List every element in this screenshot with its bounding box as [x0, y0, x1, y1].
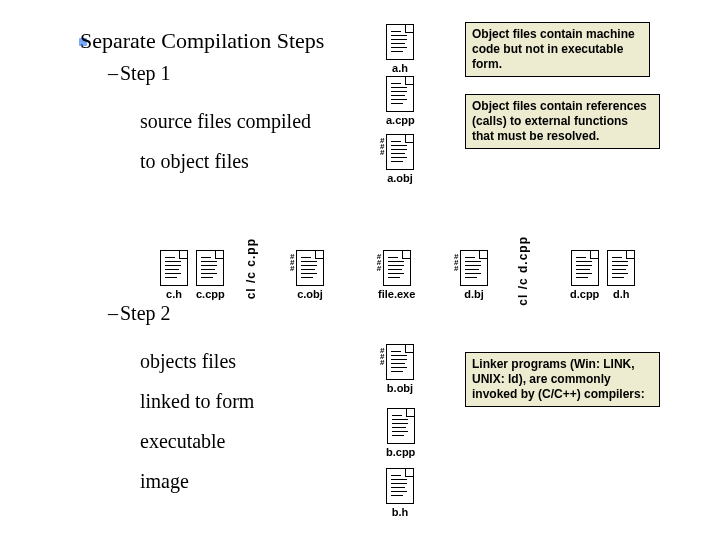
file-label: file.exe: [378, 288, 415, 300]
file-icon: ###: [383, 250, 411, 286]
file-icon: [387, 408, 415, 444]
step2-line1: objects files: [140, 350, 236, 373]
dash-icon: –: [108, 302, 118, 325]
file-d-bj: ### d.bj: [460, 250, 488, 300]
file-label: c.cpp: [196, 288, 225, 300]
file-label: c.h: [166, 288, 182, 300]
step2-line3: executable: [140, 430, 226, 453]
file-d-cpp: d.cpp: [570, 250, 599, 300]
file-c-cpp: c.cpp: [196, 250, 225, 300]
file-icon: ###: [386, 134, 414, 170]
file-label: b.obj: [387, 382, 413, 394]
file-label: a.h: [392, 62, 408, 74]
dash-icon: –: [108, 62, 118, 85]
file-d-h: d.h: [607, 250, 635, 300]
step1-line2: to object files: [140, 150, 249, 173]
step2-line4: image: [140, 470, 189, 493]
file-icon: ###: [296, 250, 324, 286]
file-label: b.cpp: [386, 446, 415, 458]
file-icon: [386, 468, 414, 504]
file-a-cpp: a.cpp: [386, 76, 415, 126]
file-c-h: c.h: [160, 250, 188, 300]
file-pair-d-sources: d.cpp d.h: [570, 250, 635, 300]
file-icon: [196, 250, 224, 286]
file-icon: [386, 24, 414, 60]
file-b-obj: ### b.obj: [386, 344, 414, 394]
file-c-obj: ### c.obj: [296, 250, 324, 300]
file-icon: ###: [386, 344, 414, 380]
note-linker: Linker programs (Win: LINK, UNIX: ld), a…: [465, 352, 660, 407]
file-icon: [160, 250, 188, 286]
file-icon: [607, 250, 635, 286]
step2-line2: linked to form: [140, 390, 254, 413]
file-label: d.cpp: [570, 288, 599, 300]
note-obj-files-2: Object files contain references (calls) …: [465, 94, 660, 149]
step1-line1: source files compiled: [140, 110, 311, 133]
file-label: d.bj: [464, 288, 484, 300]
file-label: d.h: [613, 288, 630, 300]
cmd-cl-d: cl /c d.cpp: [516, 236, 530, 306]
step1-heading-text: Step 1: [120, 62, 171, 84]
file-label: c.obj: [297, 288, 323, 300]
file-b-cpp: b.cpp: [386, 408, 415, 458]
file-icon: [571, 250, 599, 286]
step2-heading: –Step 2: [108, 302, 171, 325]
step2-heading-text: Step 2: [120, 302, 171, 324]
file-label: b.h: [392, 506, 409, 518]
file-a-h: a.h: [386, 24, 414, 74]
file-icon: ###: [460, 250, 488, 286]
file-pair-c-sources: c.h c.cpp: [160, 250, 225, 300]
file-exe: ### file.exe: [378, 250, 415, 300]
file-label: a.obj: [387, 172, 413, 184]
step1-heading: –Step 1: [108, 62, 171, 85]
note-obj-files-1: Object files contain machine code but no…: [465, 22, 650, 77]
file-b-h: b.h: [386, 468, 414, 518]
file-label: a.cpp: [386, 114, 415, 126]
file-a-obj: ### a.obj: [386, 134, 414, 184]
cmd-cl-c: cl /c c.pp: [244, 238, 258, 299]
file-icon: [386, 76, 414, 112]
page-title: Separate Compilation Steps: [80, 28, 324, 54]
